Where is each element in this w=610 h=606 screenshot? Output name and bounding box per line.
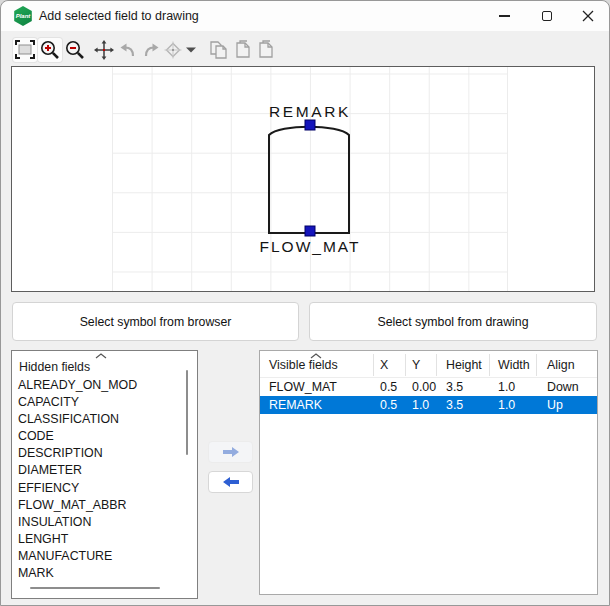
field-label-bottom: FLOW_MAT (260, 238, 361, 255)
zoom-out-button[interactable] (63, 38, 87, 62)
dialog-window: Plant Add selected field to drawing (0, 0, 610, 606)
list-item[interactable]: DIAMETER (12, 462, 188, 479)
cell-y: 1.0 (412, 396, 429, 414)
copy-stack-icon (208, 39, 230, 61)
select-symbol-from-drawing-button[interactable]: Select symbol from drawing (309, 302, 597, 341)
arrow-left-icon (221, 476, 241, 488)
cell-width: 1.0 (498, 378, 515, 396)
paste-page-icon (232, 39, 254, 61)
field-label-top: REMARK (269, 103, 351, 120)
select-symbol-from-drawing-label: Select symbol from drawing (377, 315, 528, 329)
zoom-in-button[interactable] (38, 38, 62, 62)
column-header-height[interactable]: Height (446, 358, 482, 372)
zoom-window-icon (14, 39, 36, 61)
app-icon: Plant (13, 6, 33, 26)
cell-width: 1.0 (498, 396, 515, 414)
pan-icon (93, 39, 115, 61)
cell-align: Down (547, 378, 579, 396)
cell-x: 0.5 (380, 396, 397, 414)
move-to-visible-button[interactable] (208, 441, 253, 463)
chevron-down-icon (186, 47, 196, 53)
cell-height: 3.5 (446, 378, 463, 396)
column-header-x[interactable]: X (380, 358, 388, 372)
hidden-fields-header[interactable]: Hidden fields (19, 360, 90, 374)
list-item[interactable]: INSULATION (12, 514, 188, 531)
cell-height: 3.5 (446, 396, 463, 414)
zoom-window-button[interactable] (13, 38, 37, 62)
visible-fields-header-row: Visible fields X Y Height Width Align (260, 351, 597, 378)
cell-field-name: FLOW_MAT (269, 378, 337, 396)
minimize-icon (499, 15, 510, 16)
zoom-in-icon (39, 39, 61, 61)
zoom-out-icon (64, 39, 86, 61)
snap-point-button[interactable] (163, 38, 183, 62)
paste-page-button[interactable] (232, 38, 254, 62)
title-bar: Plant Add selected field to drawing (1, 1, 609, 31)
close-icon (582, 10, 594, 22)
column-header-align[interactable]: Align (547, 358, 575, 372)
undo-icon (118, 40, 138, 60)
list-item[interactable]: CODE (12, 428, 188, 445)
vessel-outline (269, 127, 349, 233)
list-item[interactable]: MARK (12, 565, 188, 582)
cell-x: 0.5 (380, 378, 397, 396)
redo-button[interactable] (141, 38, 161, 62)
cell-align: Up (547, 396, 563, 414)
list-item[interactable]: CLASSIFICATION (12, 411, 188, 428)
list-item[interactable]: LENGHT (12, 531, 188, 548)
vertical-scrollbar-thumb[interactable] (186, 370, 188, 455)
snap-point-icon (163, 40, 183, 60)
column-header-width[interactable]: Width (498, 358, 530, 372)
window-title: Add selected field to drawing (39, 1, 199, 31)
sort-ascending-icon[interactable] (95, 353, 107, 359)
table-row-remark-selected[interactable]: REMARK 0.5 1.0 3.5 1.0 Up (260, 396, 597, 414)
list-item[interactable]: FLOW_MAT_ABBR (12, 497, 188, 514)
list-item[interactable]: CAPACITY (12, 394, 188, 411)
list-item[interactable]: ALREADY_ON_MOD (12, 377, 188, 394)
visible-fields-table: Visible fields X Y Height Width Align FL… (259, 350, 598, 595)
maximize-button[interactable] (525, 1, 569, 31)
maximize-icon (542, 11, 552, 21)
field-handle-top[interactable] (305, 120, 315, 130)
select-symbol-from-browser-button[interactable]: Select symbol from browser (12, 302, 299, 341)
redo-icon (141, 40, 161, 60)
hidden-fields-list: Hidden fields ALREADY_ON_MOD CAPACITY CL… (11, 350, 198, 599)
field-handle-bottom[interactable] (305, 226, 315, 236)
horizontal-scrollbar-thumb[interactable] (30, 587, 160, 589)
list-item[interactable]: MANUFACTURE (12, 548, 188, 565)
column-separator (373, 354, 374, 376)
column-header-y[interactable]: Y (412, 358, 420, 372)
list-item[interactable]: DESCRIPTION (12, 445, 188, 462)
column-separator (405, 354, 406, 376)
app-icon-label: Plant (16, 13, 31, 19)
cell-y: 0.00 (412, 378, 436, 396)
close-button[interactable] (566, 1, 610, 31)
snap-dropdown-button[interactable] (184, 38, 198, 62)
table-row-flow-mat[interactable]: FLOW_MAT 0.5 0.00 3.5 1.0 Down (260, 378, 597, 396)
drawing-canvas[interactable]: REMARK FLOW_MAT (11, 66, 595, 292)
cell-field-name: REMARK (269, 396, 322, 414)
column-separator (436, 354, 437, 376)
select-symbol-from-browser-label: Select symbol from browser (80, 315, 232, 329)
undo-button[interactable] (118, 38, 138, 62)
drawing-toolbar (1, 31, 609, 66)
hidden-fields-items: ALREADY_ON_MOD CAPACITY CLASSIFICATION C… (12, 377, 188, 582)
column-header-visible-fields[interactable]: Visible fields (269, 358, 338, 372)
symbol-preview: REMARK FLOW_MAT (12, 67, 594, 291)
list-item[interactable]: EFFIENCY (12, 480, 188, 497)
column-separator (489, 354, 490, 376)
minimize-button[interactable] (482, 1, 526, 31)
arrow-right-icon (221, 446, 241, 458)
paste-page-alt-icon (255, 39, 277, 61)
pan-button[interactable] (92, 38, 116, 62)
move-to-hidden-button[interactable] (208, 471, 253, 493)
column-separator (536, 354, 537, 376)
copy-stack-button[interactable] (207, 38, 231, 62)
paste-page-alt-button[interactable] (255, 38, 277, 62)
